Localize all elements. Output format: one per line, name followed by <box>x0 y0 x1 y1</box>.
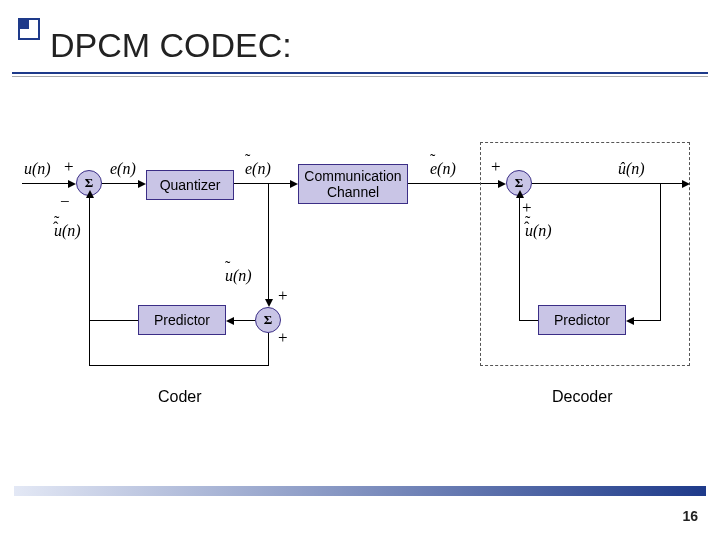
diagram-stage: u(n) + Σ − e(n) Quantizer ˜e(n) Communic… <box>0 90 720 470</box>
sign-plus: + <box>278 328 288 348</box>
signal-u-n: u(n) <box>24 160 51 178</box>
channel-label: Communication Channel <box>304 168 401 200</box>
wire <box>89 365 269 366</box>
decoder-label: Decoder <box>552 388 612 406</box>
wire <box>268 333 269 365</box>
quantizer-label: Quantizer <box>160 177 221 193</box>
sign-plus: + <box>278 286 288 306</box>
predictor-block-decoder: Predictor <box>538 305 626 335</box>
page-number: 16 <box>682 508 698 524</box>
arrowhead <box>290 180 298 188</box>
footer-gradient <box>14 486 706 496</box>
signal-e-n: e(n) <box>110 160 136 178</box>
title-bullet-icon <box>18 18 40 40</box>
arrowhead <box>86 190 94 198</box>
channel-block: Communication Channel <box>298 164 408 204</box>
signal-uhat-n: û(n) <box>618 160 645 178</box>
sign-minus: − <box>60 192 70 212</box>
wire <box>532 183 684 184</box>
arrowhead <box>265 299 273 307</box>
signal-util-n: ˜u(n) <box>225 267 252 285</box>
wire <box>22 183 70 184</box>
wire <box>634 320 661 321</box>
wire <box>234 183 292 184</box>
arrowhead <box>516 190 524 198</box>
wire <box>268 183 269 301</box>
predictor2-label: Predictor <box>554 312 610 328</box>
wire <box>89 320 90 366</box>
wire <box>519 320 538 321</box>
coder-label: Coder <box>158 388 202 406</box>
signal-utilhat-n-2: ˜ˆu(n) <box>525 222 552 240</box>
arrowhead <box>226 317 234 325</box>
arrowhead <box>682 180 690 188</box>
predictor-block-coder: Predictor <box>138 305 226 335</box>
signal-etil-n-2: ˜e(n) <box>430 160 456 178</box>
wire <box>234 320 255 321</box>
signal-etil-n: ˜e(n) <box>245 160 271 178</box>
signal-utilhat-n: ˜ˆu(n) <box>54 222 81 240</box>
predictor-label: Predictor <box>154 312 210 328</box>
quantizer-block: Quantizer <box>146 170 234 200</box>
wire <box>660 183 661 320</box>
wire <box>519 196 520 320</box>
wire <box>89 320 138 321</box>
sign-plus: + <box>64 157 74 177</box>
wire <box>102 183 140 184</box>
title-underline <box>12 72 708 74</box>
wire <box>89 196 90 320</box>
arrowhead <box>68 180 76 188</box>
arrowhead <box>138 180 146 188</box>
page-title: DPCM CODEC: <box>50 26 292 65</box>
arrowhead <box>626 317 634 325</box>
